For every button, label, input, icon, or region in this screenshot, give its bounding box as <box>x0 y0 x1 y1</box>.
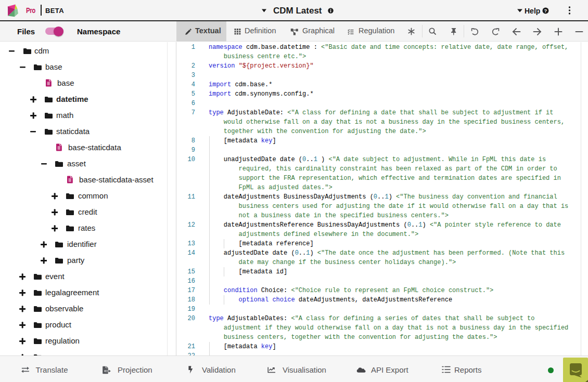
svg-text:?: ? <box>544 8 547 14</box>
